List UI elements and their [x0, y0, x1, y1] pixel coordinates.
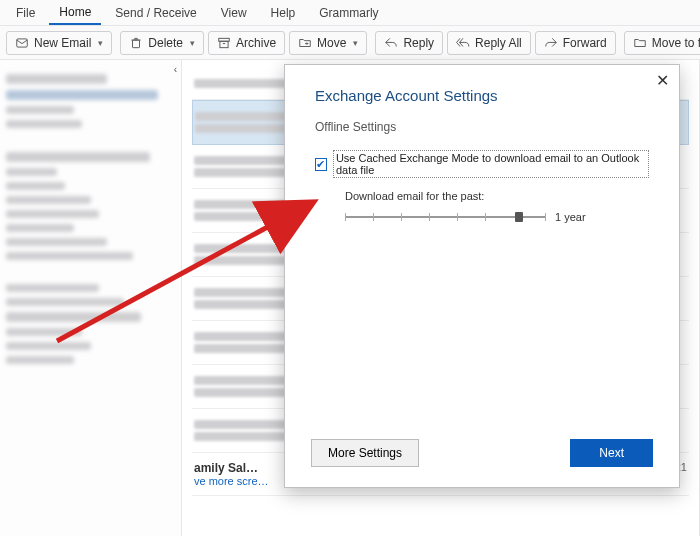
reply-icon: [384, 36, 398, 50]
move-to-folder-label: Move to folder: [652, 36, 700, 50]
menu-view[interactable]: View: [211, 2, 257, 24]
download-past-slider-row: 1 year: [285, 204, 679, 224]
new-email-label: New Email: [34, 36, 91, 50]
cached-mode-label[interactable]: Use Cached Exchange Mode to download ema…: [333, 150, 649, 178]
dialog-title: Exchange Account Settings: [285, 65, 679, 116]
folder-move-icon: [298, 36, 312, 50]
slider-thumb[interactable]: [515, 212, 523, 222]
menu-file[interactable]: File: [6, 2, 45, 24]
svg-rect-0: [17, 38, 28, 46]
delete-button[interactable]: Delete ▾: [120, 31, 204, 55]
cached-mode-row: ✔ Use Cached Exchange Mode to download e…: [285, 138, 679, 182]
archive-button[interactable]: Archive: [208, 31, 285, 55]
exchange-settings-dialog: ✕ Exchange Account Settings Offline Sett…: [284, 64, 680, 488]
new-email-button[interactable]: New Email ▾: [6, 31, 112, 55]
svg-rect-3: [220, 41, 228, 47]
trash-icon: [129, 36, 143, 50]
move-button[interactable]: Move ▾: [289, 31, 367, 55]
slider-value: 1 year: [555, 211, 586, 223]
toolbar: New Email ▾ Delete ▾ Archive Move ▾ Repl…: [0, 26, 700, 60]
folder-pane[interactable]: ‹: [0, 60, 182, 536]
download-past-slider[interactable]: [345, 210, 545, 224]
archive-icon: [217, 36, 231, 50]
reply-label: Reply: [403, 36, 434, 50]
collapse-pane-icon[interactable]: ‹: [174, 64, 177, 75]
forward-button[interactable]: Forward: [535, 31, 616, 55]
svg-rect-1: [133, 40, 140, 48]
reply-all-button[interactable]: Reply All: [447, 31, 531, 55]
cached-mode-checkbox[interactable]: ✔: [315, 158, 327, 171]
menu-bar: File Home Send / Receive View Help Gramm…: [0, 0, 700, 26]
move-to-folder-button[interactable]: Move to folder: [624, 31, 700, 55]
message-preview: ve more scre…: [194, 475, 269, 487]
menu-home[interactable]: Home: [49, 1, 101, 25]
forward-label: Forward: [563, 36, 607, 50]
dialog-button-row: More Settings Next: [285, 439, 679, 467]
menu-grammarly[interactable]: Grammarly: [309, 2, 388, 24]
delete-label: Delete: [148, 36, 183, 50]
menu-send-receive[interactable]: Send / Receive: [105, 2, 206, 24]
archive-label: Archive: [236, 36, 276, 50]
chevron-down-icon: ▾: [190, 38, 195, 48]
check-icon: ✔: [316, 159, 325, 170]
menu-help[interactable]: Help: [261, 2, 306, 24]
download-past-label: Download email for the past:: [285, 182, 679, 204]
reply-button[interactable]: Reply: [375, 31, 443, 55]
chevron-down-icon: ▾: [98, 38, 103, 48]
reply-all-icon: [456, 36, 470, 50]
folder-icon: [633, 36, 647, 50]
message-subject: amily Sal…: [194, 461, 269, 475]
close-button[interactable]: ✕: [651, 69, 673, 91]
chevron-down-icon: ▾: [353, 38, 358, 48]
move-label: Move: [317, 36, 346, 50]
close-icon: ✕: [656, 71, 669, 90]
offline-section-label: Offline Settings: [285, 116, 679, 138]
forward-icon: [544, 36, 558, 50]
more-settings-button[interactable]: More Settings: [311, 439, 419, 467]
mail-icon: [15, 36, 29, 50]
next-button[interactable]: Next: [570, 439, 653, 467]
reply-all-label: Reply All: [475, 36, 522, 50]
